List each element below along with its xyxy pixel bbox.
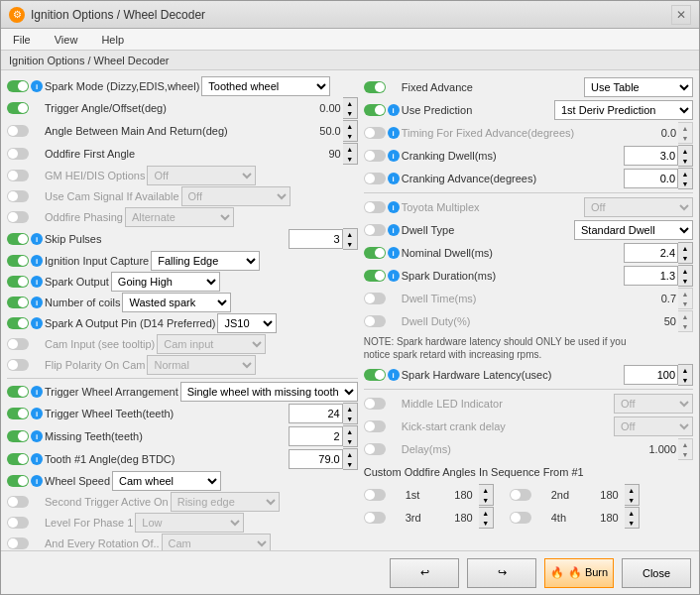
tooth-angle-toggle[interactable] [7, 453, 29, 465]
trigger-angle-spinner[interactable]: ▲ ▼ [343, 97, 358, 119]
fixed-advance-toggle[interactable] [364, 81, 386, 93]
trigger-arrangement-info-icon[interactable]: i [31, 386, 43, 398]
close-button[interactable]: Close [622, 558, 691, 588]
oddfire-angle-toggle[interactable] [7, 148, 29, 160]
menu-view[interactable]: View [51, 32, 82, 48]
trigger-arrangement-toggle[interactable] [7, 386, 29, 398]
cam-input-toggle[interactable] [7, 338, 29, 350]
menu-help[interactable]: Help [97, 32, 128, 48]
spark-output-toggle[interactable] [7, 276, 29, 288]
trigger-teeth-input[interactable] [289, 404, 343, 423]
ignition-capture-info-icon[interactable]: i [31, 255, 43, 267]
use-prediction-toggle[interactable] [364, 104, 386, 116]
nominal-dwell-spinbox[interactable]: ▲ ▼ [624, 242, 693, 264]
nominal-dwell-toggle[interactable] [364, 247, 386, 259]
dwell-type-dropdown[interactable]: Standard Dwell [574, 220, 693, 240]
cranking-advance-spinbox[interactable]: ▲ ▼ [624, 168, 693, 189]
trigger-teeth-spinbox[interactable]: ▲ ▼ [289, 403, 358, 424]
flip-polarity-toggle[interactable] [7, 359, 29, 371]
spark-a-pin-dropdown[interactable]: JS10 [217, 313, 277, 333]
cranking-dwell-info-icon[interactable]: i [388, 150, 400, 162]
spark-duration-input[interactable] [624, 266, 678, 286]
gm-hei-toggle[interactable] [7, 170, 29, 181]
num-coils-toggle[interactable] [7, 297, 29, 308]
angle-2nd-toggle[interactable] [510, 489, 531, 501]
every-rotation-toggle[interactable] [7, 537, 29, 549]
num-coils-dropdown[interactable]: Wasted spark [122, 293, 231, 312]
level-phase-toggle[interactable] [7, 517, 29, 529]
skip-pulses-spinbox[interactable]: ▲ ▼ [289, 228, 358, 250]
spark-latency-info-icon[interactable]: i [388, 369, 400, 381]
cranking-advance-input[interactable] [624, 169, 678, 188]
cranking-advance-toggle[interactable] [364, 173, 386, 184]
dwell-type-info-icon[interactable]: i [388, 224, 400, 236]
spark-duration-toggle[interactable] [364, 270, 386, 282]
kickstart-toggle[interactable] [364, 420, 386, 432]
window-close-button[interactable]: ✕ [671, 5, 691, 25]
spark-output-dropdown[interactable]: Going High [111, 272, 220, 292]
toyota-info-icon[interactable]: i [388, 201, 400, 213]
spark-latency-toggle[interactable] [364, 369, 386, 381]
num-coils-info-icon[interactable]: i [31, 297, 43, 308]
wheel-speed-info-icon[interactable]: i [31, 475, 43, 487]
dwell-type-toggle[interactable] [364, 224, 386, 236]
angle-3rd-toggle[interactable] [364, 512, 386, 524]
timing-fixed-toggle[interactable] [364, 127, 386, 139]
redo-button[interactable]: ↪ [467, 558, 536, 588]
second-trigger-toggle[interactable] [7, 496, 29, 508]
angle-4th-toggle[interactable] [510, 512, 531, 524]
spark-duration-spinbox[interactable]: ▲ ▼ [624, 265, 693, 287]
cranking-dwell-input[interactable] [624, 146, 678, 166]
spark-mode-info-icon[interactable]: i [31, 80, 43, 92]
tooth-angle-info-icon[interactable]: i [31, 453, 43, 465]
missing-teeth-info-icon[interactable]: i [31, 430, 43, 442]
skip-pulses-info-icon[interactable]: i [31, 233, 43, 245]
oddfire-angle-spinner[interactable]: ▲ ▼ [343, 143, 358, 165]
oddfire-phasing-toggle[interactable] [7, 211, 29, 223]
use-prediction-dropdown[interactable]: 1st Deriv Prediction [554, 100, 693, 120]
angle-between-toggle[interactable] [7, 125, 29, 137]
use-prediction-info-icon[interactable]: i [388, 104, 400, 116]
skip-pulses-toggle[interactable] [7, 233, 29, 245]
ignition-capture-toggle[interactable] [7, 255, 29, 267]
delay-ms-toggle[interactable] [364, 443, 386, 455]
skip-pulses-input[interactable] [289, 229, 343, 249]
spark-a-pin-toggle[interactable] [7, 317, 29, 329]
missing-teeth-toggle[interactable] [7, 430, 29, 442]
toyota-toggle[interactable] [364, 201, 386, 213]
dwell-duty-toggle[interactable] [364, 315, 386, 327]
spark-mode-toggle[interactable] [7, 80, 29, 92]
missing-teeth-spinbox[interactable]: ▲ ▼ [289, 425, 358, 447]
spark-latency-input[interactable] [624, 365, 678, 385]
spark-a-pin-info-icon[interactable]: i [31, 317, 43, 329]
tooth-angle-input[interactable] [289, 449, 343, 469]
cam-signal-toggle[interactable] [7, 190, 29, 202]
wheel-speed-dropdown[interactable]: Cam wheel [112, 471, 221, 491]
trigger-arrangement-dropdown[interactable]: Single wheel with missing tooth [180, 382, 358, 402]
nominal-dwell-input[interactable] [624, 243, 678, 263]
spark-latency-spinbox[interactable]: ▲ ▼ [624, 364, 693, 386]
spark-duration-info-icon[interactable]: i [388, 270, 400, 282]
middle-led-toggle[interactable] [364, 398, 386, 410]
spark-output-info-icon[interactable]: i [31, 276, 43, 288]
menu-file[interactable]: File [9, 32, 35, 48]
cranking-dwell-spinbox[interactable]: ▲ ▼ [624, 145, 693, 167]
cranking-dwell-toggle[interactable] [364, 150, 386, 162]
wheel-speed-toggle[interactable] [7, 475, 29, 487]
fixed-advance-dropdown[interactable]: Use Table [584, 77, 693, 97]
spark-mode-dropdown[interactable]: Toothed wheel [201, 76, 330, 96]
tooth-angle-spinbox[interactable]: ▲ ▼ [289, 448, 358, 470]
angle-between-spinner[interactable]: ▲ ▼ [343, 120, 358, 142]
dwell-time-toggle[interactable] [364, 293, 386, 304]
ignition-capture-dropdown[interactable]: Falling Edge [151, 251, 260, 271]
angle-1st-toggle[interactable] [364, 489, 386, 501]
timing-fixed-info-icon[interactable]: i [388, 127, 400, 139]
burn-button[interactable]: 🔥 🔥 Burn [544, 558, 614, 588]
trigger-teeth-info-icon[interactable]: i [31, 408, 43, 419]
nominal-dwell-info-icon[interactable]: i [388, 247, 400, 259]
trigger-teeth-toggle[interactable] [7, 408, 29, 419]
cranking-advance-info-icon[interactable]: i [388, 173, 400, 184]
undo-button[interactable]: ↩ [390, 558, 459, 588]
missing-teeth-input[interactable] [289, 426, 343, 446]
trigger-angle-toggle[interactable] [7, 102, 29, 114]
